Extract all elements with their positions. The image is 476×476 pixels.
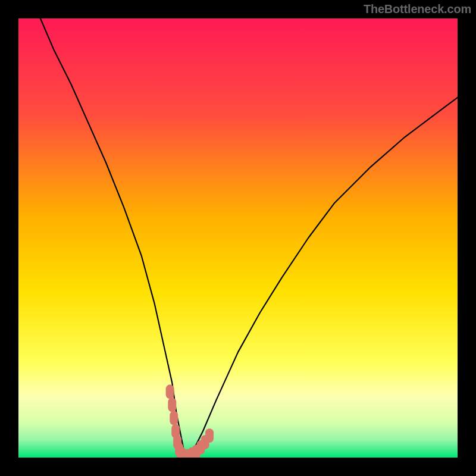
marker-highlight-left xyxy=(170,411,178,425)
markers-layer xyxy=(18,18,458,458)
marker-highlight-left xyxy=(168,397,176,412)
highlight-markers xyxy=(166,384,214,458)
marker-highlight-left xyxy=(166,384,174,399)
chart-frame: TheBottleneck.com xyxy=(0,0,476,476)
plot-area xyxy=(18,18,458,458)
marker-highlight-bottom xyxy=(205,428,214,443)
watermark-text: TheBottleneck.com xyxy=(364,2,471,16)
